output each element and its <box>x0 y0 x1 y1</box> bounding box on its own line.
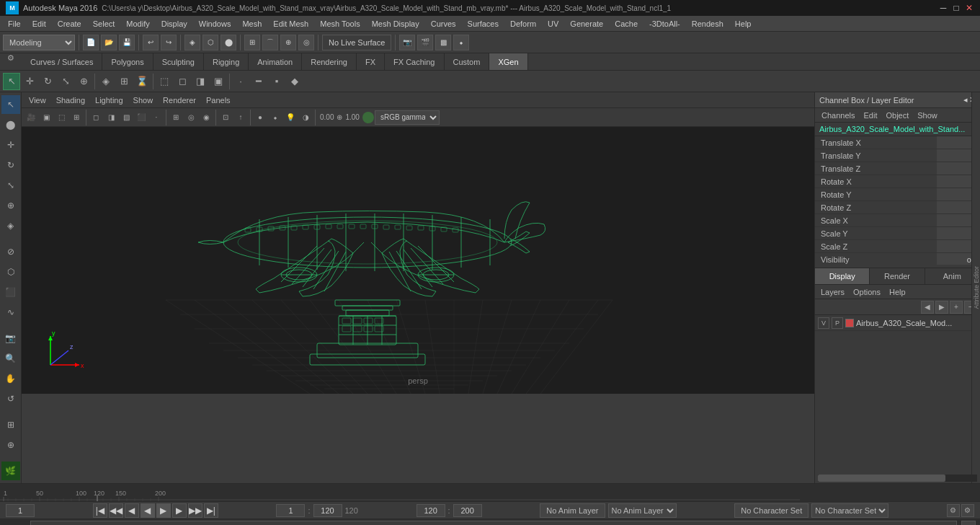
timeline-ruler[interactable]: 1 50 100 120 150 200 <box>0 484 980 501</box>
vp-color-btn[interactable] <box>362 112 374 123</box>
menu-select[interactable]: Select <box>88 18 120 30</box>
render-btn[interactable]: 🎬 <box>417 35 433 50</box>
right-panel-scrollbar[interactable] <box>818 475 977 482</box>
module-settings-btn[interactable]: ⚙ <box>3 53 19 63</box>
cb-menu-object[interactable]: Object <box>882 110 912 120</box>
viewport-canvas[interactable]: x y z persp <box>22 127 814 394</box>
poly-uv-btn[interactable]: ◆ <box>286 73 303 90</box>
tab-polygons[interactable]: Polygons <box>102 53 153 70</box>
xgen-btn[interactable]: 🌿 <box>1 462 20 480</box>
vp-shadow-btn[interactable]: ◑ <box>298 110 313 125</box>
orbit-btn[interactable]: ↺ <box>1 389 20 408</box>
vp-texture-btn[interactable]: ⬥ <box>268 110 282 125</box>
scrollbar-thumb[interactable] <box>818 475 945 482</box>
universal-icon-btn[interactable]: ⊕ <box>75 73 92 90</box>
lm-help[interactable]: Help <box>886 288 909 296</box>
mode-dropdown[interactable]: Modeling <box>3 35 75 50</box>
snap-grid-btn[interactable]: ⊞ <box>244 35 260 50</box>
pan-btn[interactable]: ✋ <box>1 369 20 388</box>
wireframe2-btn[interactable]: ▣ <box>210 73 227 90</box>
minimize-btn[interactable]: ─ <box>938 3 948 13</box>
go-start-btn[interactable]: |◀ <box>93 503 107 518</box>
save-scene-btn[interactable]: 💾 <box>119 35 135 50</box>
gamma-dropdown[interactable]: sRGB gamma <box>375 110 440 125</box>
sculpt-btn[interactable]: ∿ <box>1 303 20 322</box>
channel-rotate-z[interactable]: Rotate Z 0 <box>815 201 980 214</box>
menu-mesh[interactable]: Mesh <box>237 18 267 30</box>
tab-fx-caching[interactable]: FX Caching <box>385 53 444 70</box>
vp-filmgate-btn[interactable]: ▣ <box>39 110 53 125</box>
dolly-btn[interactable]: 🔍 <box>1 349 20 368</box>
menu-rendesh[interactable]: Rendesh <box>687 18 729 30</box>
channel-visibility[interactable]: Visibility on <box>815 253 980 265</box>
range-end-input[interactable] <box>313 504 342 517</box>
paint-select-btn[interactable]: ⬤ <box>1 115 20 134</box>
universal-tool-btn[interactable]: ⊕ <box>1 196 20 215</box>
display-mode-btn[interactable]: ◨ <box>192 73 209 90</box>
tab-render[interactable]: Render <box>870 268 925 284</box>
next-frame-btn[interactable]: ▶ <box>172 503 187 518</box>
layer-add-btn[interactable]: + <box>950 301 963 314</box>
tab-rendering[interactable]: Rendering <box>302 53 357 70</box>
layer-v-btn[interactable]: V <box>818 317 829 329</box>
layer-prev-btn[interactable]: ◀ <box>921 301 934 314</box>
lasso-btn[interactable]: ⬡ <box>202 35 218 50</box>
vp-menu-shading[interactable]: Shading <box>52 94 89 106</box>
next-key-btn[interactable]: ▶▶ <box>188 503 202 518</box>
vp-material-btn[interactable]: ● <box>253 110 267 125</box>
anim-options-btn[interactable]: ⚙ <box>947 504 960 517</box>
go-end-btn[interactable]: ▶| <box>204 503 218 518</box>
range-start-input[interactable] <box>276 504 305 517</box>
rotate-tool-btn[interactable]: ↻ <box>1 156 20 175</box>
menu-display[interactable]: Display <box>156 18 192 30</box>
vp-menu-show[interactable]: Show <box>129 94 158 106</box>
lm-layers[interactable]: Layers <box>818 288 847 296</box>
channel-scale-z[interactable]: Scale Z 1 <box>815 240 980 253</box>
vp-flat-btn[interactable]: ▧ <box>119 110 133 125</box>
layer-next-btn[interactable]: ▶ <box>935 301 948 314</box>
menu-modify[interactable]: Modify <box>121 18 154 30</box>
menu-uv[interactable]: UV <box>543 18 564 30</box>
select-icon-btn[interactable]: ↖ <box>3 73 20 90</box>
vp-menu-view[interactable]: View <box>24 94 50 106</box>
playback-end-input[interactable] <box>416 504 445 517</box>
menu-surfaces[interactable]: Surfaces <box>463 18 504 30</box>
menu-3dtall[interactable]: -3DtoAll- <box>644 18 685 30</box>
menu-help[interactable]: Help <box>730 18 757 30</box>
vp-hud-btn[interactable]: ◎ <box>184 110 198 125</box>
cb-menu-edit[interactable]: Edit <box>860 110 881 120</box>
poly-vert-btn[interactable]: · <box>232 73 249 90</box>
select-btn[interactable]: ◈ <box>184 35 200 50</box>
no-live-surface-btn[interactable]: No Live Surface <box>322 35 391 50</box>
vp-smooth-btn[interactable]: ◨ <box>104 110 118 125</box>
prev-frame-btn[interactable]: ◀ <box>125 503 139 518</box>
vp-camera-btn[interactable]: 🎥 <box>24 110 38 125</box>
display-render-btn[interactable]: ▩ <box>435 35 451 50</box>
menu-edit-mesh[interactable]: Edit Mesh <box>268 18 313 30</box>
vp-wireframe-btn[interactable]: ◻ <box>89 110 103 125</box>
move-tool-btn[interactable]: ✛ <box>1 136 20 154</box>
lm-options[interactable]: Options <box>850 288 883 296</box>
menu-mesh-display[interactable]: Mesh Display <box>367 18 424 30</box>
lasso-tool-btn[interactable]: ⬡ <box>1 262 20 281</box>
menu-mesh-tools[interactable]: Mesh Tools <box>315 18 365 30</box>
new-scene-btn[interactable]: 📄 <box>83 35 99 50</box>
soft-mod-btn[interactable]: ◈ <box>1 216 20 235</box>
rotate-icon-btn[interactable]: ↻ <box>39 73 56 90</box>
gimbal-btn[interactable]: ⊕ <box>1 436 20 454</box>
tab-curves-surfaces[interactable]: Curves / Surfaces <box>22 53 102 70</box>
ipr-btn[interactable]: ⬥ <box>453 35 469 50</box>
menu-create[interactable]: Create <box>53 18 86 30</box>
panel-resize-btn[interactable]: ◂ <box>963 95 968 105</box>
select-tool-btn[interactable]: ↖ <box>1 95 20 114</box>
current-frame-input[interactable] <box>6 504 35 517</box>
vp-normals-btn[interactable]: ↑ <box>233 110 248 125</box>
tab-rigging[interactable]: Rigging <box>204 53 249 70</box>
cb-menu-show[interactable]: Show <box>914 110 941 120</box>
menu-windows[interactable]: Windows <box>194 18 236 30</box>
vp-bounding-btn[interactable]: ⬛ <box>134 110 148 125</box>
soft-select-btn[interactable]: ◈ <box>97 73 115 90</box>
camera-view-btn[interactable]: 📷 <box>1 329 20 348</box>
history-btn[interactable]: ⌛ <box>133 73 151 90</box>
channel-rotate-y[interactable]: Rotate Y 0 <box>815 188 980 201</box>
